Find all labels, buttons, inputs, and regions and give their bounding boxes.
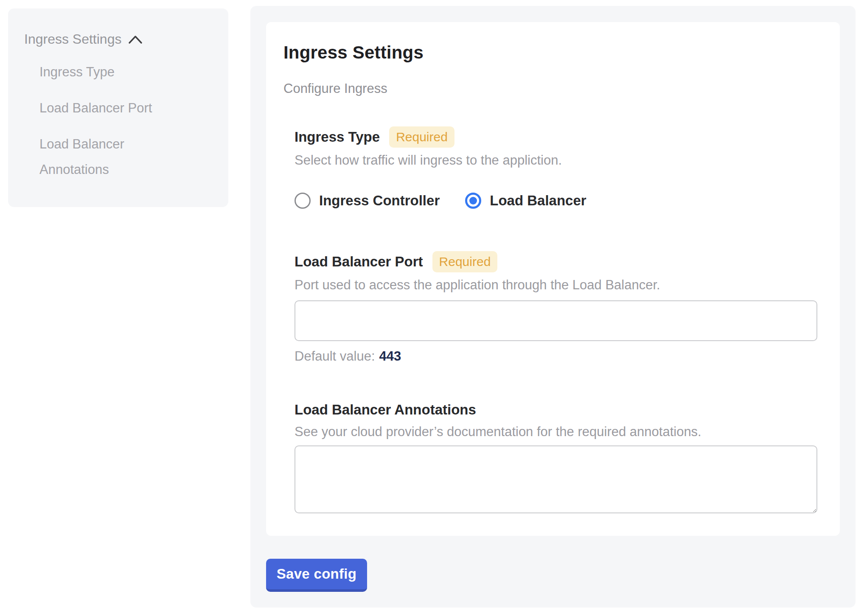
default-value-label: Default value: <box>295 349 375 364</box>
sidebar-items: Ingress Type Load Balancer Port Load Bal… <box>39 59 216 182</box>
ingress-settings-card: Ingress Settings Configure Ingress Ingre… <box>266 22 840 536</box>
settings-panel: Ingress Settings Configure Ingress Ingre… <box>250 6 856 608</box>
ingress-type-label-row: Ingress Type Required <box>295 126 819 148</box>
sidebar-section-toggle[interactable]: Ingress Settings <box>24 31 216 48</box>
radio-label-load-balancer: Load Balancer <box>490 193 586 209</box>
radio-label-ingress-controller: Ingress Controller <box>319 193 440 209</box>
radio-option-load-balancer[interactable]: Load Balancer <box>465 193 586 209</box>
radio-selected-icon <box>465 193 481 209</box>
page: Ingress Settings Ingress Type Load Balan… <box>0 0 864 616</box>
load-balancer-annotations-label-row: Load Balancer Annotations <box>295 400 819 419</box>
load-balancer-annotations-label: Load Balancer Annotations <box>295 400 476 419</box>
load-balancer-port-helper: Default value:443 <box>295 348 819 365</box>
sidebar-section-label: Ingress Settings <box>24 31 121 48</box>
ingress-type-description: Select how traffic will ingress to the a… <box>295 152 819 169</box>
load-balancer-port-required-badge: Required <box>432 251 498 272</box>
ingress-type-label: Ingress Type <box>295 128 380 146</box>
ingress-type-radio-group: Ingress Controller Load Balancer <box>295 193 819 209</box>
field-load-balancer-port: Load Balancer Port Required Port used to… <box>295 251 819 365</box>
field-load-balancer-annotations: Load Balancer Annotations See your cloud… <box>295 400 819 513</box>
save-config-button[interactable]: Save config <box>266 559 367 592</box>
load-balancer-annotations-description: See your cloud provider’s documentation … <box>295 423 819 440</box>
page-subtitle: Configure Ingress <box>283 81 819 97</box>
sidebar-item-load-balancer-annotations[interactable]: Load Balancer Annotations <box>39 132 175 182</box>
settings-nav-sidebar: Ingress Settings Ingress Type Load Balan… <box>8 8 228 207</box>
load-balancer-port-label-row: Load Balancer Port Required <box>295 251 819 272</box>
load-balancer-port-description: Port used to access the application thro… <box>295 277 819 294</box>
sidebar-item-load-balancer-port[interactable]: Load Balancer Port <box>39 95 175 121</box>
load-balancer-port-label: Load Balancer Port <box>295 252 423 271</box>
sidebar-item-ingress-type[interactable]: Ingress Type <box>39 59 175 85</box>
field-ingress-type: Ingress Type Required Select how traffic… <box>295 126 819 209</box>
ingress-type-required-badge: Required <box>389 126 454 148</box>
radio-unselected-icon <box>295 193 311 209</box>
page-title: Ingress Settings <box>283 42 819 64</box>
chevron-up-icon <box>128 35 143 44</box>
radio-option-ingress-controller[interactable]: Ingress Controller <box>295 193 440 209</box>
default-value: 443 <box>379 349 401 364</box>
load-balancer-port-input[interactable] <box>295 300 817 341</box>
load-balancer-annotations-textarea[interactable] <box>295 445 817 513</box>
